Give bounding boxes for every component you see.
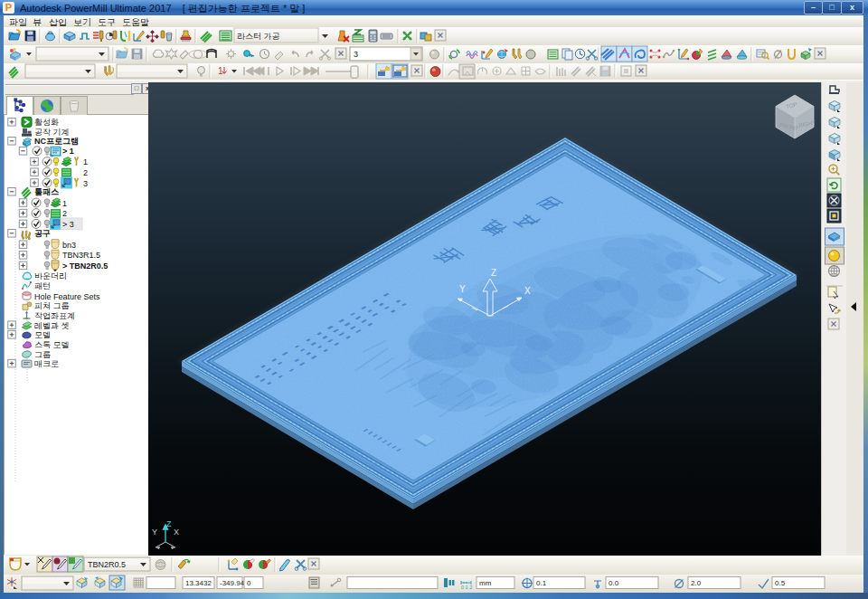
svg-text:작업좌표계: 작업좌표계 [34, 311, 75, 320]
svg-text:0.0: 0.0 [609, 579, 619, 587]
svg-text:1: 1 [62, 199, 67, 208]
svg-text:모델: 모델 [34, 330, 51, 339]
svg-text:공작 기계: 공작 기계 [34, 128, 70, 137]
svg-text:스톡 모델: 스톡 모델 [34, 340, 70, 349]
svg-text:라스터 가공: 라스터 가공 [237, 32, 280, 41]
svg-text:피쳐 그룹: 피쳐 그룹 [34, 301, 70, 310]
svg-text:2: 2 [83, 168, 88, 177]
svg-text:2.0: 2.0 [691, 579, 702, 587]
svg-text:> 1: > 1 [62, 147, 74, 156]
svg-text:mm: mm [479, 579, 492, 587]
svg-text:0.1: 0.1 [536, 579, 547, 587]
svg-text:0 1 2: 0 1 2 [461, 585, 472, 590]
svg-text:13.3432: 13.3432 [185, 579, 212, 587]
svg-text:툴패스: 툴패스 [34, 187, 59, 196]
svg-text:0: 0 [247, 579, 251, 587]
svg-text:Z: Z [491, 268, 496, 278]
svg-text:3: 3 [354, 50, 358, 59]
svg-text:-349.94: -349.94 [220, 579, 245, 587]
svg-text:1: 1 [83, 157, 88, 166]
svg-text:0.5: 0.5 [775, 579, 786, 587]
svg-text:bn3: bn3 [62, 241, 76, 250]
svg-text:Y: Y [459, 284, 466, 294]
svg-text:Y: Y [152, 528, 157, 537]
svg-text:매크로: 매크로 [34, 359, 59, 368]
svg-text:X: X [174, 528, 179, 537]
svg-text:3: 3 [83, 179, 88, 188]
svg-text:활성화: 활성화 [34, 118, 59, 127]
svg-text:X: X [524, 286, 531, 296]
svg-text:TBN3R1.5: TBN3R1.5 [62, 251, 100, 260]
svg-text:NC프로그램: NC프로그램 [34, 137, 79, 146]
svg-text:바운더리: 바운더리 [34, 271, 67, 280]
svg-text:Hole Feature Sets: Hole Feature Sets [34, 292, 100, 301]
svg-text:Z: Z [166, 519, 172, 528]
svg-text:2: 2 [62, 209, 67, 218]
svg-text:> 3: > 3 [62, 220, 74, 229]
svg-text:패턴: 패턴 [34, 281, 51, 290]
svg-text:> TBN2R0.5: > TBN2R0.5 [62, 261, 108, 271]
svg-text:TBN2R0.5: TBN2R0.5 [88, 560, 126, 569]
svg-text:레벨과 셋: 레벨과 셋 [34, 321, 70, 330]
svg-text:공구: 공구 [34, 229, 51, 238]
svg-text:그룹: 그룹 [34, 350, 51, 359]
